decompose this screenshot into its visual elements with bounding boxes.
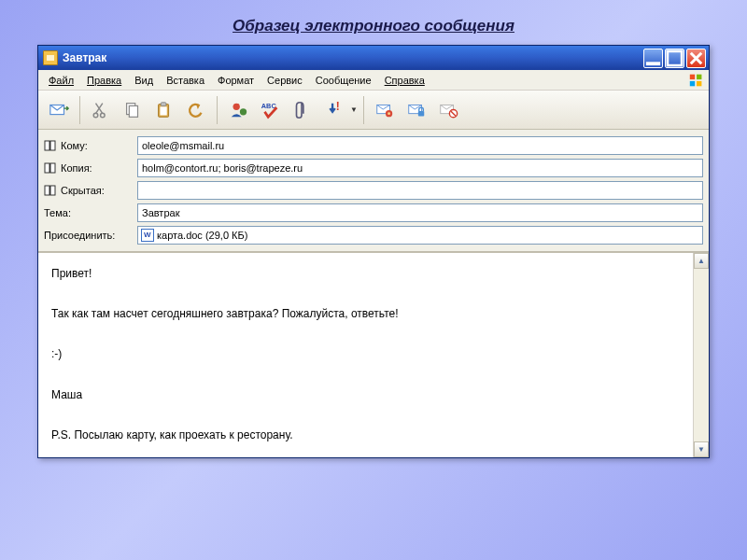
menu-view[interactable]: Вид <box>128 73 160 88</box>
scroll-up-button[interactable]: ▲ <box>694 253 709 269</box>
offline-button[interactable] <box>433 95 463 125</box>
address-book-icon <box>44 185 57 196</box>
window-title: Завтрак <box>63 51 643 64</box>
header-fields: Кому: Копия: Скрытая: Тема: <box>38 130 709 252</box>
svg-rect-28 <box>45 163 49 173</box>
maximize-button[interactable] <box>665 49 684 68</box>
menu-format[interactable]: Формат <box>211 73 261 88</box>
scroll-track[interactable] <box>694 269 709 441</box>
svg-rect-10 <box>129 105 137 117</box>
message-body[interactable]: Привет! Так как там насчет сегодняшнего … <box>38 253 693 457</box>
windows-logo-icon <box>688 72 705 89</box>
svg-point-7 <box>93 113 98 118</box>
svg-point-20 <box>388 112 390 115</box>
attachment-field[interactable]: карта.doc (29,0 КБ) <box>137 226 703 245</box>
menu-file[interactable]: Файл <box>42 73 80 88</box>
svg-rect-22 <box>418 110 424 116</box>
svg-text:!: ! <box>336 100 340 113</box>
address-book-icon <box>44 140 57 151</box>
close-button[interactable] <box>686 49 706 68</box>
svg-rect-29 <box>50 163 55 173</box>
subject-label: Тема: <box>44 207 137 218</box>
message-body-area: Привет! Так как там насчет сегодняшнего … <box>38 252 709 457</box>
address-book-icon <box>44 162 57 174</box>
spellcheck-button[interactable]: ABC <box>255 95 285 125</box>
svg-rect-25 <box>45 141 49 150</box>
undo-button[interactable] <box>181 95 211 125</box>
word-document-icon <box>141 229 154 242</box>
bcc-field[interactable] <box>137 181 703 200</box>
vertical-scrollbar[interactable]: ▲ ▼ <box>693 253 709 457</box>
svg-point-8 <box>101 113 106 118</box>
svg-rect-31 <box>45 186 49 195</box>
menu-insert[interactable]: Вставка <box>160 73 211 88</box>
dropdown-arrow-icon[interactable]: ▼ <box>350 105 358 114</box>
titlebar: Завтрак <box>38 46 709 70</box>
svg-point-14 <box>233 103 240 109</box>
cut-button[interactable] <box>86 95 116 125</box>
to-label[interactable]: Кому: <box>44 140 137 151</box>
menubar: Файл Правка Вид Вставка Формат Сервис Со… <box>38 70 709 91</box>
compose-window: Завтрак Файл Правка Вид Вставка Формат С… <box>37 45 710 458</box>
svg-rect-26 <box>50 141 55 150</box>
svg-rect-2 <box>690 75 695 79</box>
menu-edit[interactable]: Правка <box>80 73 128 88</box>
separator <box>217 96 218 124</box>
menu-tools[interactable]: Сервис <box>261 73 309 88</box>
svg-point-15 <box>240 108 247 115</box>
sign-button[interactable] <box>370 95 400 125</box>
svg-rect-5 <box>697 81 701 86</box>
subject-field[interactable] <box>137 203 703 222</box>
send-button[interactable] <box>44 95 74 125</box>
copy-button[interactable] <box>118 95 148 125</box>
check-names-button[interactable] <box>223 95 253 125</box>
encrypt-button[interactable] <box>402 95 431 125</box>
svg-rect-4 <box>690 81 695 86</box>
to-field[interactable] <box>137 136 703 155</box>
window-icon <box>43 50 58 65</box>
svg-rect-13 <box>160 106 166 115</box>
svg-rect-3 <box>697 75 701 79</box>
svg-rect-0 <box>646 62 660 65</box>
svg-rect-12 <box>161 102 166 105</box>
cc-field[interactable] <box>137 159 703 177</box>
svg-rect-1 <box>668 50 682 64</box>
toolbar: ABC ! ▼ <box>38 91 709 130</box>
paste-button[interactable] <box>149 95 179 125</box>
separator <box>79 96 80 124</box>
priority-button[interactable]: ! <box>318 95 348 125</box>
window-controls <box>643 49 706 68</box>
cc-label[interactable]: Копия: <box>44 162 137 174</box>
bcc-label[interactable]: Скрытая: <box>44 185 137 196</box>
attachment-name: карта.doc (29,0 КБ) <box>157 230 247 241</box>
attach-label: Присоединить: <box>44 230 137 241</box>
minimize-button[interactable] <box>643 49 663 68</box>
menu-help[interactable]: Справка <box>378 73 431 88</box>
page-title: Образец электронного сообщения <box>0 0 747 45</box>
attach-button[interactable] <box>287 95 317 125</box>
svg-rect-32 <box>50 186 55 195</box>
scroll-down-button[interactable]: ▼ <box>694 441 709 457</box>
separator <box>363 96 364 124</box>
menu-message[interactable]: Сообщение <box>309 73 378 88</box>
